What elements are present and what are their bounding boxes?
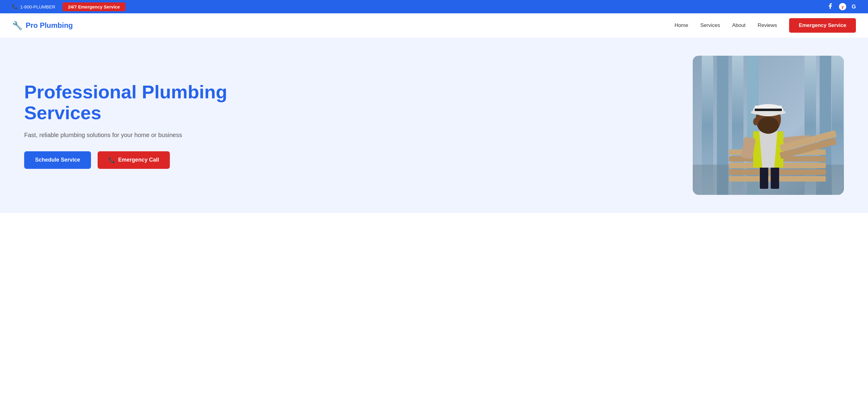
nav-services[interactable]: Services <box>700 22 720 28</box>
nav-emergency-button[interactable]: Emergency Service <box>789 18 856 33</box>
emergency-call-label: Emergency Call <box>118 157 159 163</box>
phone-icon: 📞 <box>108 157 115 163</box>
nav-reviews[interactable]: Reviews <box>758 22 777 28</box>
facebook-icon[interactable] <box>827 3 834 11</box>
hero-buttons: Schedule Service 📞 Emergency Call <box>24 151 434 169</box>
nav-about[interactable]: About <box>732 22 745 28</box>
logo[interactable]: 🔧 Pro Plumbing <box>12 21 73 31</box>
google-icon[interactable]: G <box>852 4 856 10</box>
topbar-left: 📞 1-800-PLUMBER 24/7 Emergency Service <box>12 2 125 11</box>
hero-image-wrap <box>434 56 844 195</box>
nav-home[interactable]: Home <box>675 22 688 28</box>
hero-section: Professional Plumbing Services Fast, rel… <box>0 37 868 213</box>
svg-rect-14 <box>760 165 768 189</box>
topbar-emergency-badge[interactable]: 24/7 Emergency Service <box>63 2 125 11</box>
logo-text: Pro Plumbing <box>26 21 73 30</box>
svg-point-23 <box>758 117 779 134</box>
worker-svg <box>693 56 844 195</box>
hero-title: Professional Plumbing Services <box>24 82 434 123</box>
svg-point-28 <box>753 118 758 125</box>
emergency-call-button[interactable]: 📞 Emergency Call <box>98 151 170 169</box>
topbar-icons: y G <box>827 3 856 11</box>
svg-rect-15 <box>771 165 779 189</box>
svg-rect-27 <box>755 109 782 111</box>
yelp-icon[interactable]: y <box>839 3 846 10</box>
navbar: 🔧 Pro Plumbing Home Services About Revie… <box>0 13 868 37</box>
schedule-service-button[interactable]: Schedule Service <box>24 151 91 169</box>
hero-subtitle: Fast, reliable plumbing solutions for yo… <box>24 132 434 139</box>
topbar: 📞 1-800-PLUMBER 24/7 Emergency Service y… <box>0 0 868 13</box>
hero-content: Professional Plumbing Services Fast, rel… <box>24 82 434 169</box>
phone-icon: 📞 <box>12 4 18 9</box>
topbar-phone: 📞 1-800-PLUMBER <box>12 4 55 9</box>
wrench-icon: 🔧 <box>12 21 23 31</box>
navbar-links: Home Services About Reviews Emergency Se… <box>675 18 856 33</box>
hero-title-line1: Professional Plumbing <box>24 81 227 102</box>
hero-image <box>693 56 844 195</box>
hero-title-line2: Services <box>24 102 101 123</box>
phone-number: 1-800-PLUMBER <box>20 4 55 9</box>
